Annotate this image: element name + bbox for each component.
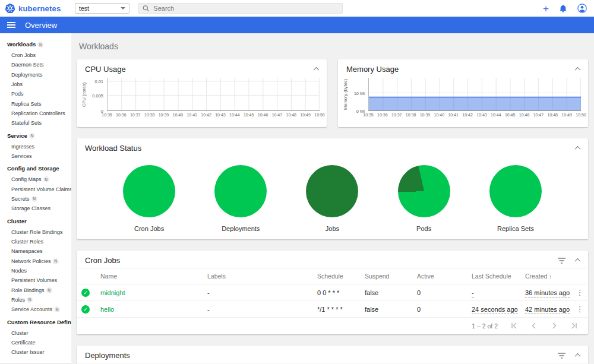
sidebar-item-daemon-sets[interactable]: Daemon Sets xyxy=(0,60,71,69)
search-input[interactable] xyxy=(153,5,338,12)
sidebar-item-stateful-sets[interactable]: Stateful Sets xyxy=(0,118,71,128)
sidebar-item-cluster[interactable]: Cluster xyxy=(0,216,71,227)
cell-schedule: 0 0 * * * xyxy=(317,289,339,296)
sidebar-item-ingresses[interactable]: Ingresses xyxy=(0,142,71,151)
next-page-icon[interactable] xyxy=(550,322,558,330)
first-page-icon[interactable] xyxy=(510,322,518,330)
sidebar-item-config-and-storage[interactable]: Config and Storage xyxy=(0,163,71,175)
card-title: Workload Status xyxy=(85,144,141,153)
search-icon xyxy=(143,5,149,12)
workload-status-charts: Cron Jobs Deployments Jobs Pods Replica … xyxy=(77,156,588,239)
namespaced-badge: N xyxy=(46,287,52,293)
sidebar-item-label: Persistent Volume Claims xyxy=(11,186,71,192)
previous-page-icon[interactable] xyxy=(530,322,538,330)
namespaced-badge: N xyxy=(29,133,35,139)
x-tick-label: 10:48 xyxy=(548,113,558,117)
status-pie-jobs xyxy=(306,165,358,217)
row-menu-icon[interactable]: ⋮ xyxy=(576,305,584,314)
resource-link[interactable]: midnight xyxy=(100,289,125,296)
sidebar-item-service[interactable]: ServiceN xyxy=(0,131,71,142)
resource-link[interactable]: hello xyxy=(100,306,114,313)
filter-icon[interactable] xyxy=(558,258,565,264)
collapse-chevron-icon[interactable] xyxy=(575,67,581,73)
notifications-bell-icon[interactable] xyxy=(559,4,567,13)
column-header-last-schedule[interactable]: Last Schedule xyxy=(472,273,511,280)
cell-active: 0 xyxy=(417,289,421,296)
sidebar-item-cluster-issuer[interactable]: Cluster Issuer xyxy=(0,347,71,357)
sidebar-item-roles[interactable]: RolesN xyxy=(0,295,71,305)
card-title: Deployments xyxy=(85,351,130,360)
sidebar-item-persistent-volumes[interactable]: Persistent Volumes xyxy=(0,276,71,285)
sidebar-item-crd-cluster[interactable]: Cluster xyxy=(0,328,71,338)
sidebar-item-service-accounts[interactable]: Service AccountsN xyxy=(0,305,71,314)
namespaced-badge: N xyxy=(43,176,49,182)
collapse-chevron-icon[interactable] xyxy=(575,258,581,264)
sidebar-item-config-maps[interactable]: Config MapsN xyxy=(0,175,71,184)
sidebar-item-network-policies[interactable]: Network PoliciesN xyxy=(0,257,71,266)
sidebar-item-pods[interactable]: Pods xyxy=(0,89,71,99)
memory-area-chart xyxy=(369,78,581,110)
column-header-suspend[interactable]: Suspend xyxy=(365,273,389,280)
card-header: Deployments xyxy=(77,346,588,363)
sidebar-item-workloads[interactable]: WorkloadsN xyxy=(0,39,71,50)
x-tick-label: 10:49 xyxy=(561,113,572,117)
cpu-gridlines xyxy=(108,78,320,110)
status-pie-cron-jobs xyxy=(123,165,175,217)
x-tick-label: 10:50 xyxy=(576,113,586,117)
create-resource-icon[interactable]: + xyxy=(543,4,549,14)
kubernetes-brand[interactable]: kubernetes xyxy=(5,3,71,14)
column-header-labels[interactable]: Labels xyxy=(207,273,226,280)
sidebar-item-role-bindings[interactable]: Role BindingsN xyxy=(0,286,71,295)
pagination-bar: 1 – 2 of 2 xyxy=(77,318,588,334)
menu-hamburger-icon[interactable] xyxy=(7,22,15,28)
sidebar-item-persistent-volume-claims[interactable]: Persistent Volume ClaimsN xyxy=(0,185,71,194)
sidebar-item-replica-sets[interactable]: Replica Sets xyxy=(0,99,71,109)
header-actions: + xyxy=(543,4,587,14)
card-header: CPU Usage xyxy=(77,59,327,77)
sidebar-item-cron-jobs[interactable]: Cron Jobs xyxy=(0,50,71,60)
sidebar-item-cluster-roles[interactable]: Cluster Roles xyxy=(0,237,71,246)
column-header-active[interactable]: Active xyxy=(417,273,434,280)
sidebar-item-cluster-role-bindings[interactable]: Cluster Role Bindings xyxy=(0,227,71,237)
user-account-icon[interactable] xyxy=(577,4,587,13)
table-header-row: Name Labels Schedule Suspend Active Last… xyxy=(77,268,589,284)
status-pie-replica-sets xyxy=(489,165,542,217)
column-header-schedule[interactable]: Schedule xyxy=(317,273,343,280)
sidebar-nav: WorkloadsN Cron Jobs Daemon Sets Deploym… xyxy=(0,33,71,364)
card-header: Cron Jobs xyxy=(77,251,588,268)
namespaced-badge: N xyxy=(53,258,59,264)
sidebar-item-custom-resource-definitions[interactable]: Custom Resource Definitions xyxy=(0,317,71,328)
sidebar-item-label: Service xyxy=(7,133,27,140)
card-header: Workload Status xyxy=(77,138,588,156)
sidebar-item-namespaces[interactable]: Namespaces xyxy=(0,246,71,256)
filter-icon[interactable] xyxy=(558,353,565,359)
table-row: ✓ midnight - 0 0 * * * false 0 - 36 minu… xyxy=(77,284,589,301)
collapse-chevron-icon[interactable] xyxy=(314,67,320,73)
column-header-name[interactable]: Name xyxy=(100,273,117,280)
last-page-icon[interactable] xyxy=(570,322,579,330)
sidebar-item-replication-controllers[interactable]: Replication Controllers xyxy=(0,109,71,118)
y-tick-label: 10 Mi xyxy=(348,91,365,96)
sidebar-item-nodes[interactable]: Nodes xyxy=(0,266,71,276)
search-bar[interactable] xyxy=(138,3,343,14)
x-tick-label: 10:42 xyxy=(462,113,473,117)
sidebar-item-services[interactable]: Services xyxy=(0,151,71,161)
cell-suspend: false xyxy=(365,306,378,313)
sidebar-item-label: Network Policies xyxy=(11,258,51,264)
x-tick-label: 10:47 xyxy=(272,113,283,117)
sidebar-item-certificate[interactable]: Certificate xyxy=(0,338,71,347)
collapse-chevron-icon[interactable] xyxy=(575,353,581,359)
sidebar-item-deployments[interactable]: Deployments xyxy=(0,70,71,80)
sidebar-item-storage-classes[interactable]: Storage Classes xyxy=(0,204,71,213)
x-tick-label: 10:39 xyxy=(420,113,431,117)
sidebar-item-jobs[interactable]: Jobs xyxy=(0,80,71,89)
status-chart-label: Deployments xyxy=(222,225,260,232)
sidebar-item-secrets[interactable]: SecretsN xyxy=(0,194,71,204)
column-header-created[interactable]: Created xyxy=(525,273,547,280)
status-chart-label: Pods xyxy=(416,225,431,232)
namespace-select[interactable]: test xyxy=(75,3,129,14)
row-menu-icon[interactable]: ⋮ xyxy=(576,288,584,297)
namespaced-badge: N xyxy=(54,306,60,312)
collapse-chevron-icon[interactable] xyxy=(575,146,581,152)
sidebar-item-label: Roles xyxy=(11,297,25,303)
